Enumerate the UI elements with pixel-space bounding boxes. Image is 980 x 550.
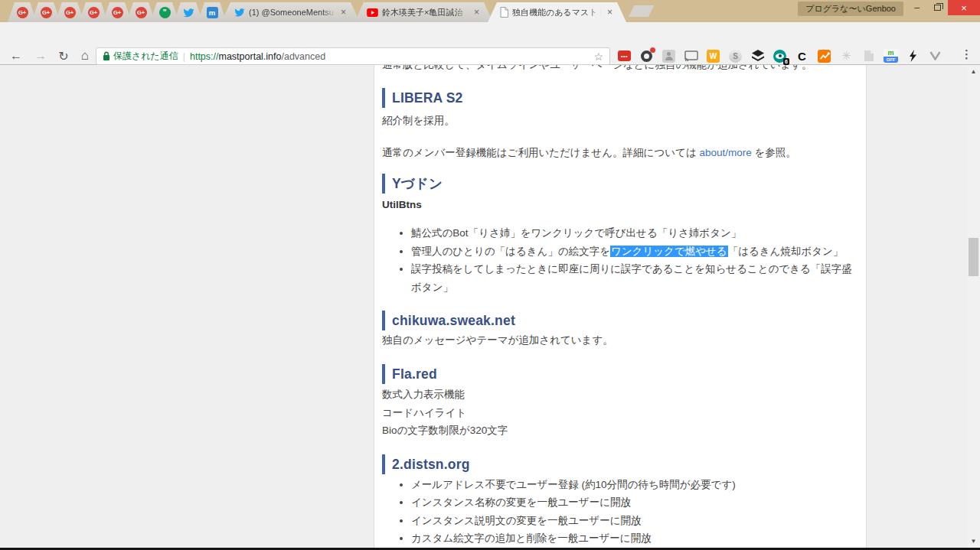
bookmark-star-icon[interactable]: ☆ bbox=[593, 50, 603, 63]
list-item: 誤字投稿をしてしまったときに即座に周りに誤字であることを知らせることのできる「誤… bbox=[411, 260, 858, 296]
tab-twitter-pinned[interactable] bbox=[174, 2, 203, 22]
tab-gplus-3[interactable]: G+ bbox=[55, 2, 84, 22]
restore-icon bbox=[934, 5, 941, 11]
window-controls: – × bbox=[906, 0, 980, 15]
tab-gplus-6[interactable]: G+ bbox=[126, 2, 155, 22]
twitter-bird-icon bbox=[234, 8, 245, 17]
tab-twitter-mentions[interactable]: (1) @SomeoneMentsu × bbox=[221, 2, 360, 22]
google-plus-icon: G+ bbox=[17, 7, 28, 18]
close-icon[interactable]: × bbox=[606, 7, 614, 18]
paragraph: 独自のメッセージやテーマが追加されています。 bbox=[382, 332, 858, 349]
minimize-button[interactable]: – bbox=[906, 0, 927, 15]
s-letter-extension-icon[interactable]: S bbox=[724, 46, 746, 66]
reload-button[interactable]: ↻ bbox=[54, 46, 74, 66]
eye-extension-icon[interactable]: 6 bbox=[769, 46, 791, 66]
list-item: 管理人のひとりの「はるきん」の絵文字をワンクリックで燃やせる「はるきん焼却ボタン… bbox=[411, 242, 858, 261]
list-item: カスタム絵文字の追加と削除を一般ユーザーに開放 bbox=[411, 529, 858, 548]
list-item: メールアドレス不要でユーザー登録 (約10分間の待ち時間が必要です) bbox=[411, 476, 858, 494]
tab-youtube[interactable]: 鈴木瑛美子×亀田誠治「フ × bbox=[354, 2, 493, 22]
about-more-link[interactable]: about/more bbox=[699, 147, 751, 158]
restore-button[interactable] bbox=[927, 0, 948, 15]
google-plus-icon: G+ bbox=[136, 7, 147, 18]
subsection-title-utilbtns: UtilBtns bbox=[382, 197, 858, 213]
address-bar[interactable]: 保護された通信 | https://mastportal.info/advanc… bbox=[96, 47, 610, 65]
chrome-menu-button[interactable]: ⋮ bbox=[961, 47, 972, 61]
hangouts-icon: ” bbox=[159, 7, 171, 18]
profile-badge[interactable]: プログラな〜いGenboo bbox=[798, 2, 903, 16]
tab-hangouts[interactable]: ” bbox=[150, 2, 179, 22]
cast-extension-icon[interactable] bbox=[680, 46, 702, 66]
new-tab-button[interactable] bbox=[629, 5, 654, 17]
security-label: 保護された通信 bbox=[113, 50, 178, 63]
feature-list: 鯖公式のBot「りさ姉」をワンクリックで呼び出せる「りさ姉ボタン」 管理人のひと… bbox=[385, 224, 858, 296]
google-plus-icon: G+ bbox=[112, 7, 123, 18]
lightning-extension-icon[interactable] bbox=[902, 46, 924, 66]
forward-button[interactable]: → bbox=[31, 46, 51, 66]
tab-gplus-1[interactable]: G+ bbox=[8, 2, 37, 22]
password-dots-extension-icon[interactable]: ••• bbox=[613, 46, 635, 66]
scroll-up-arrow[interactable]: ▲ bbox=[967, 65, 980, 77]
url-text: https://mastportal.info/advanced bbox=[190, 51, 325, 62]
page-viewport: 通常版と比較して、タイムラインやユーザーページなどに独自の機能が追加されています… bbox=[0, 65, 980, 550]
feature-list: メールアドレス不要でユーザー登録 (約10分間の待ち時間が必要です) インスタン… bbox=[385, 476, 858, 548]
mastodon-icon: m bbox=[207, 7, 218, 18]
extension-badge: 6 bbox=[783, 58, 789, 65]
google-plus-icon: G+ bbox=[64, 7, 76, 18]
tab-mastodon-pinned[interactable]: m bbox=[198, 2, 227, 22]
close-window-button[interactable]: × bbox=[948, 0, 980, 15]
scroll-down-arrow[interactable]: ▼ bbox=[967, 535, 980, 547]
extension-badge: OFF bbox=[884, 57, 898, 63]
paragraph: 通常のメンバー登録機能はご利用いただけません。詳細については about/mor… bbox=[382, 145, 858, 161]
c-letter-extension-icon[interactable]: C bbox=[791, 46, 813, 66]
tab-title: (1) @SomeoneMentsu bbox=[249, 8, 335, 17]
google-plus-icon: G+ bbox=[41, 7, 52, 18]
mastodon-off-extension-icon[interactable]: m OFF bbox=[880, 46, 902, 66]
clipped-text-line: 通常版と比較して、タイムラインやユーザーページなどに独自の機能が追加されています… bbox=[382, 65, 858, 71]
page-icon bbox=[500, 7, 508, 18]
paragraph: 数式入力表示機能 bbox=[382, 386, 858, 404]
section-title-libera-s2: LIBERA S2 bbox=[382, 88, 858, 108]
home-button[interactable]: ⌂ bbox=[75, 46, 95, 66]
google-plus-icon: G+ bbox=[88, 7, 100, 18]
section-title-distsn: 2.distsn.org bbox=[382, 454, 858, 474]
article-column: 通常版と比較して、タイムラインやユーザーページなどに独自の機能が追加されています… bbox=[374, 65, 867, 550]
page-scrollbar[interactable]: ▲ ▼ bbox=[967, 65, 980, 550]
dark-donut-extension-icon[interactable] bbox=[635, 46, 658, 66]
lock-icon bbox=[103, 51, 110, 61]
atom-extension-disabled-icon[interactable]: ✳ bbox=[835, 46, 858, 66]
paragraph: 紹介制を採用。 bbox=[382, 112, 858, 129]
extensions-row: ••• W S 6 bbox=[613, 46, 946, 66]
tab-gplus-4[interactable]: G+ bbox=[79, 2, 108, 22]
close-icon[interactable]: × bbox=[472, 7, 481, 18]
selected-highlight-text: ワンクリックで燃やせる bbox=[610, 246, 728, 257]
tab-gplus-5[interactable]: G+ bbox=[103, 2, 132, 22]
twitter-bird-icon bbox=[182, 8, 194, 18]
paragraph-group: 数式入力表示機能 コードハイライト Bioの文字数制限が320文字 bbox=[382, 386, 858, 440]
page-extension-disabled-icon[interactable] bbox=[858, 46, 880, 66]
scrollbar-thumb[interactable] bbox=[969, 238, 978, 276]
layers-extension-icon[interactable] bbox=[746, 46, 769, 66]
section-title-flared: Fla.red bbox=[382, 364, 858, 384]
paragraph: コードハイライト bbox=[382, 404, 858, 422]
window-titlebar: G+ G+ G+ G+ G+ G+ ” m (1) @SomeoneMentsu… bbox=[0, 0, 980, 22]
section-title-ydzudon: Yづドン bbox=[382, 174, 858, 194]
tab-title: 鈴木瑛美子×亀田誠治「フ bbox=[382, 7, 469, 18]
url-divider: | bbox=[183, 51, 185, 62]
notification-dot bbox=[650, 47, 655, 53]
close-icon[interactable]: × bbox=[339, 7, 348, 18]
chart-extension-icon[interactable] bbox=[813, 46, 835, 66]
security-indicator[interactable]: 保護された通信 bbox=[103, 50, 178, 63]
w-letter-extension-icon[interactable]: W bbox=[702, 46, 724, 66]
list-item: インスタンス名称の変更を一般ユーザーに開放 bbox=[411, 493, 858, 512]
v-chevron-extension-icon[interactable] bbox=[924, 46, 946, 66]
tab-strip: G+ G+ G+ G+ G+ G+ ” m (1) @SomeoneMentsu… bbox=[8, 2, 648, 22]
list-item: インスタンス説明文の変更を一般ユーザーに開放 bbox=[411, 512, 858, 530]
browser-toolbar: ← → ↻ ⌂ 保護された通信 | https://mastportal.inf… bbox=[0, 22, 980, 65]
tab-active-mastportal[interactable]: 独自機能のあるマストドンイ × bbox=[488, 2, 626, 22]
paragraph: Bioの文字数制限が320文字 bbox=[382, 421, 858, 440]
tab-gplus-2[interactable]: G+ bbox=[31, 2, 60, 22]
tab-title: 独自機能のあるマストドンイ bbox=[512, 7, 602, 18]
back-button[interactable]: ← bbox=[6, 46, 26, 66]
person-gray-extension-icon[interactable] bbox=[658, 46, 680, 66]
list-item: 鯖公式のBot「りさ姉」をワンクリックで呼び出せる「りさ姉ボタン」 bbox=[411, 224, 858, 242]
